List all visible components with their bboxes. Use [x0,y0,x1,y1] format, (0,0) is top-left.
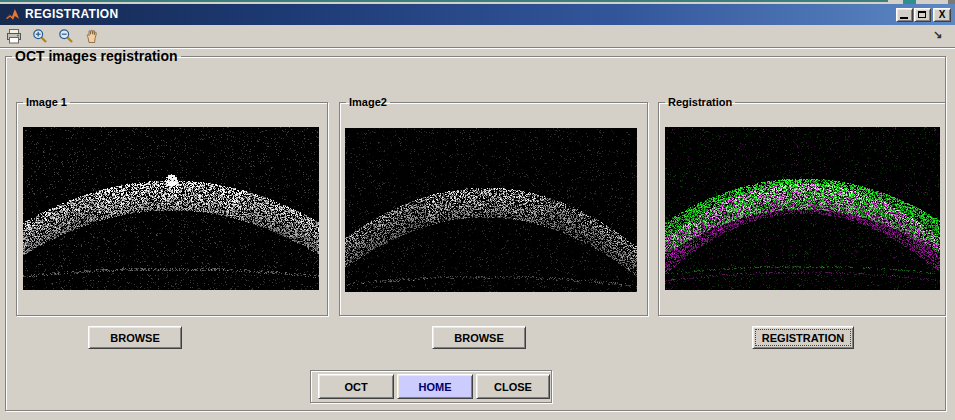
close-button[interactable]: CLOSE [476,374,550,399]
oct-image-registration [665,127,940,290]
page-title: OCT images registration [12,48,181,64]
close-icon: X [934,9,950,21]
pan-button[interactable] [82,27,102,45]
oct-image-1 [23,127,319,290]
zoom-in-button[interactable] [30,27,50,45]
browse-image2-button[interactable]: BROWSE [432,326,526,349]
zoom-out-button[interactable] [56,27,76,45]
toolbar-overflow-arrow-icon[interactable]: ↘ [933,28,942,41]
matlab-logo-icon [5,7,20,22]
figure-toolbar: ↘ [0,25,955,47]
minimize-button[interactable] [896,8,913,22]
pan-icon [84,28,100,44]
image1-panel-label: Image 1 [23,96,70,108]
registration-window: REGISTRATION X [0,0,955,420]
maximize-icon [918,11,926,18]
print-button[interactable] [4,27,24,45]
maximize-button[interactable] [914,8,931,22]
zoom-out-icon [58,28,74,44]
minimize-icon [900,17,908,19]
home-button[interactable]: HOME [397,374,473,399]
print-icon [6,28,22,44]
oct-button[interactable]: OCT [318,374,394,399]
close-window-button[interactable]: X [933,8,951,22]
oct-image-2 [345,128,637,292]
window-title: REGISTRATION [25,4,118,25]
image2-panel-label: Image2 [346,96,390,108]
zoom-in-icon [32,28,48,44]
browse-image1-button[interactable]: BROWSE [88,326,182,349]
title-bar[interactable]: REGISTRATION X [0,4,955,25]
registration-panel-label: Registration [665,96,735,108]
registration-button[interactable]: REGISTRATION [752,326,854,349]
